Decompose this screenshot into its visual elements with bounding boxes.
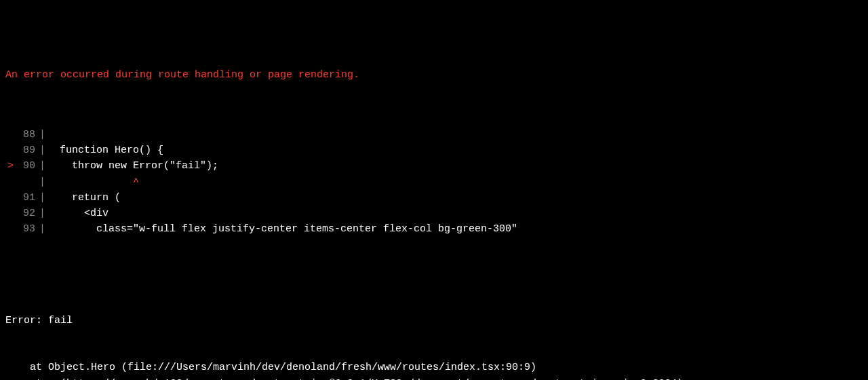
gutter-marker <box>5 174 14 190</box>
stack-frame: at v (https://esm.sh/v132/preact-render-… <box>5 376 863 381</box>
code-content: function Hero() { <box>47 142 163 158</box>
gutter-marker <box>5 206 14 221</box>
code-line: 89| function Hero() { <box>5 142 863 158</box>
line-number: 92 <box>14 206 35 221</box>
stack-trace: Error: fail at Object.Hero (file:///User… <box>5 281 863 380</box>
code-line: 93| class="w-full flex justify-center it… <box>5 221 863 237</box>
gutter-marker: > <box>5 158 14 174</box>
pipe: | <box>39 190 47 206</box>
gutter-marker <box>5 142 14 158</box>
line-number: 88 <box>14 127 35 142</box>
code-content: throw new Error("fail"); <box>47 158 218 174</box>
code-line: 88| <box>5 127 863 142</box>
code-line: 91| return ( <box>5 190 863 206</box>
code-line: 92| <div <box>5 206 863 221</box>
pipe: | <box>39 206 47 221</box>
pipe: | <box>39 142 47 158</box>
error-header: An error occurred during route handling … <box>5 67 863 83</box>
line-number: 93 <box>14 221 35 237</box>
error-message: Error: fail <box>5 313 863 328</box>
code-line: | ^ <box>5 174 863 190</box>
code-frame: 88| 89| function Hero() {>90| throw new … <box>5 127 863 238</box>
pipe: | <box>39 127 47 142</box>
code-line: >90| throw new Error("fail"); <box>5 158 863 174</box>
error-caret: ^ <box>47 174 139 190</box>
code-content: class="w-full flex justify-center items-… <box>47 221 517 237</box>
gutter-marker <box>5 190 14 206</box>
pipe: | <box>39 158 47 174</box>
code-content: <div <box>47 206 108 221</box>
pipe: | <box>39 221 47 237</box>
code-content: return ( <box>47 190 121 206</box>
gutter-marker <box>5 221 14 237</box>
line-number: 90 <box>14 158 35 174</box>
stack-frame: at Object.Hero (file:///Users/marvinh/de… <box>5 360 863 375</box>
gutter-marker <box>5 127 14 142</box>
pipe: | <box>39 174 47 190</box>
line-number: 91 <box>14 190 35 206</box>
line-number: 89 <box>14 142 35 158</box>
line-number <box>14 174 35 190</box>
